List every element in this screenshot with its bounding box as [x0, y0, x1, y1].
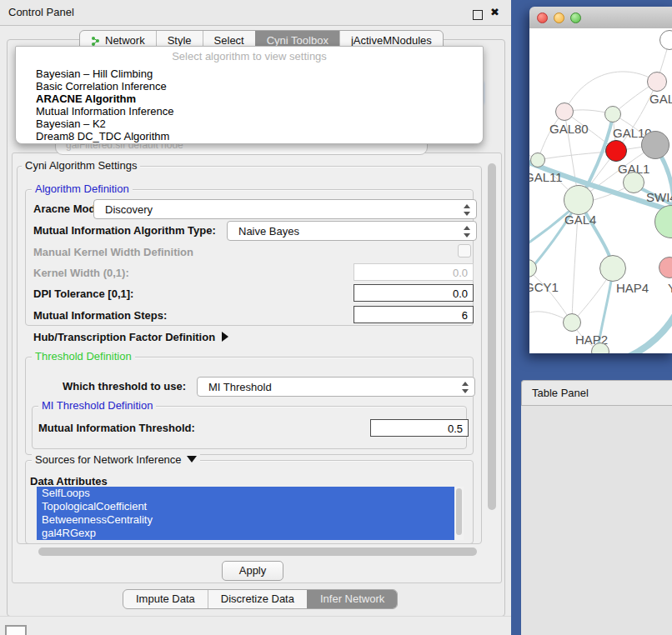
tab-label: Cyni Toolbox	[267, 34, 328, 47]
table-panel-title: Table Panel	[532, 387, 589, 399]
algorithm-dropdown: Select algorithm to view settings Bayesi…	[15, 46, 484, 144]
control-panel-titlebar: Control Panel ✖	[0, 0, 511, 26]
collapse-down-icon	[187, 456, 197, 462]
network-icon	[91, 36, 101, 46]
tab-label: Select	[214, 34, 244, 47]
hub-definition-label: Hub/Transcription Factor Definition	[33, 331, 215, 343]
tab-label: jActiveMNodules	[351, 34, 432, 47]
tab-discretize-data[interactable]: Discretize Data	[208, 590, 307, 608]
algorithm-dropdown-prompt: Select algorithm to view settings	[16, 50, 483, 62]
network-canvas[interactable]: GALGAL80GAL10GAL1GAL11SWI4GAL4GCY1HAP4YH…	[529, 28, 672, 353]
mi-threshold-definition-label: MI Threshold Definition	[38, 399, 156, 412]
mi-threshold-label: Mutual Information Threshold:	[38, 422, 195, 434]
stepper-icon	[462, 382, 469, 393]
network-node[interactable]	[641, 131, 669, 159]
network-node-hap4[interactable]	[599, 255, 626, 282]
algorithm-option-mutual-information-inference[interactable]: Mutual Information Inference	[36, 105, 474, 118]
aracne-mode-combobox[interactable]: Discovery	[93, 199, 477, 219]
network-window-titlebar[interactable]	[529, 7, 672, 29]
network-node-gal1[interactable]	[605, 140, 627, 162]
threshold-definition-label: Threshold Definition	[32, 350, 135, 362]
algorithm-option-bayesian-k2[interactable]: Bayesian – K2	[36, 118, 474, 130]
sources-label: Sources for Network Inference	[35, 453, 182, 466]
node-label-swi4: SWI4	[646, 190, 672, 204]
network-node-gal11[interactable]	[530, 152, 545, 168]
stepper-icon	[464, 226, 470, 238]
algorithm-option-dream8-dc-tdc-algorithm[interactable]: Dream8 DC_TDC Algorithm	[36, 130, 474, 142]
apply-button[interactable]: Apply	[222, 561, 283, 581]
algorithm-option-bayesian-hill-climbing[interactable]: Bayesian – Hill Climbing	[36, 68, 474, 80]
algorithm-definition-label: Algorithm Definition	[32, 182, 133, 195]
node-label-gcy1: GCY1	[529, 280, 559, 294]
attribute-betweennesscentrality[interactable]: BetweennessCentrality	[37, 513, 464, 527]
minimize-traffic-light-icon[interactable]	[554, 12, 564, 23]
network-node-swi4[interactable]	[623, 172, 644, 193]
hub-definition-expander[interactable]: Hub/Transcription Factor Definition	[33, 331, 228, 343]
node-label-gal11: GAL11	[529, 170, 563, 184]
network-node-gal10[interactable]	[604, 106, 621, 122]
tab-impute-data[interactable]: Impute Data	[123, 590, 208, 608]
settings-vertical-scrollbar[interactable]	[488, 163, 496, 510]
list-scrollbar[interactable]	[454, 487, 464, 540]
tab-infer-network[interactable]: Infer Network	[307, 590, 397, 608]
scrollbar-thumb[interactable]	[456, 488, 462, 535]
attribute-selfloops[interactable]: SelfLoops	[37, 487, 464, 500]
aracne-mode-value: Discovery	[105, 203, 153, 216]
network-node-gal80[interactable]	[555, 102, 574, 121]
attribute-gal4rgexp[interactable]: gal4RGexp	[37, 527, 464, 540]
node-label-hap4: HAP4	[616, 281, 649, 295]
network-view-window: GALGAL80GAL10GAL1GAL11SWI4GAL4GCY1HAP4YH…	[529, 7, 672, 353]
manual-kernel-checkbox[interactable]	[458, 244, 471, 258]
bottom-divider	[0, 616, 511, 617]
screen: GALGAL80GAL10GAL1GAL11SWI4GAL4GCY1HAP4YH…	[0, 0, 672, 635]
mi-threshold-field[interactable]: 0.5	[370, 419, 469, 437]
table-panel-titlebar: Table Panel	[521, 380, 672, 406]
kernel-width-label: Kernel Width (0,1):	[33, 267, 129, 279]
tab-label: Network	[105, 34, 145, 47]
cyni-algorithm-settings-label: Cyni Algorithm Settings	[22, 159, 140, 172]
network-node-hap2[interactable]	[563, 313, 581, 332]
attribute-topologicalcoefficient[interactable]: TopologicalCoefficient	[37, 500, 464, 513]
network-node-gal4[interactable]	[564, 185, 594, 215]
node-label-gal80: GAL80	[549, 122, 589, 136]
cyni-bottom-tabbar: Impute DataDiscretize DataInfer Network	[123, 589, 398, 609]
which-threshold-value: MI Threshold	[208, 381, 272, 393]
which-threshold-combobox[interactable]: MI Threshold	[197, 377, 475, 397]
mi-type-value: Naive Bayes	[238, 225, 299, 238]
settings-horizontal-scrollbar[interactable]	[38, 548, 477, 556]
algorithm-option-aracne-algorithm[interactable]: ARACNE Algorithm	[36, 92, 474, 105]
dpi-tolerance-label: DPI Tolerance [0,1]:	[33, 288, 133, 300]
table-panel-body: ⚙ ☑☑ ☐☐ shared...name YDL19...YDL19...13…	[521, 406, 672, 635]
mi-type-label: Mutual Information Algorithm Type:	[33, 224, 216, 237]
node-label-y: Y	[668, 281, 672, 295]
tab-label: Style	[168, 34, 192, 47]
dpi-tolerance-field[interactable]: 0.0	[354, 284, 474, 302]
control-panel-title: Control Panel	[8, 6, 74, 18]
network-node-gal[interactable]	[647, 72, 667, 92]
algorithm-option-basic-correlation-inference[interactable]: Basic Correlation Inference	[36, 80, 474, 92]
which-threshold-label: Which threshold to use:	[63, 380, 186, 392]
sources-expander[interactable]: Sources for Network Inference	[32, 453, 200, 466]
kernel-width-field[interactable]: 0.0	[354, 263, 474, 281]
node-label-gal4: GAL4	[564, 212, 596, 227]
data-attributes-list[interactable]: SelfLoopsTopologicalCoefficientBetweenne…	[37, 487, 464, 540]
zoom-traffic-light-icon[interactable]	[570, 12, 581, 23]
stepper-icon	[464, 204, 470, 216]
float-window-icon[interactable]	[473, 10, 483, 20]
close-traffic-light-icon[interactable]	[537, 12, 548, 23]
mi-type-combobox[interactable]: Naive Bayes	[227, 221, 477, 241]
expand-right-icon	[222, 332, 228, 342]
mi-steps-field[interactable]: 6	[354, 306, 474, 323]
close-icon[interactable]: ✖	[490, 6, 499, 18]
data-attributes-label: Data Attributes	[30, 475, 108, 488]
manual-kernel-label: Manual Kernel Width Definition	[33, 246, 193, 258]
docked-panel-icon[interactable]	[5, 625, 27, 635]
mi-steps-label: Mutual Information Steps:	[33, 309, 167, 322]
node-label-gal: GAL	[649, 92, 672, 106]
